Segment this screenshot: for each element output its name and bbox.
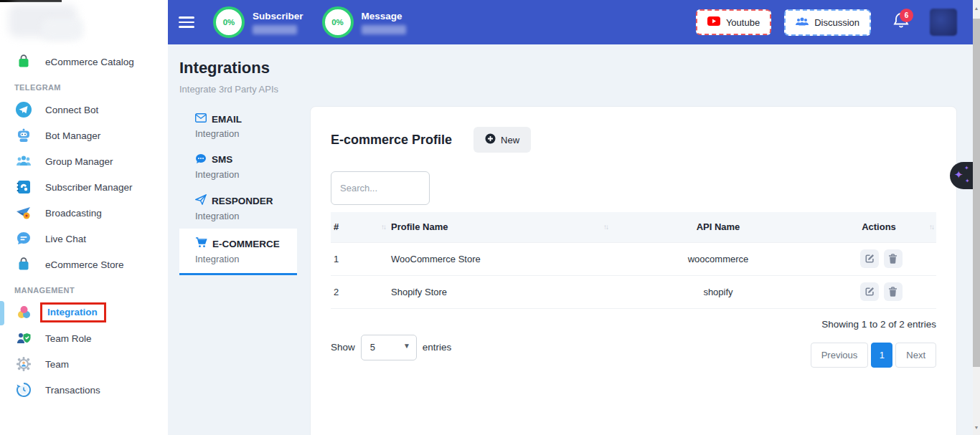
broadcast-plane-icon xyxy=(14,204,33,222)
profiles-table: #↑↓ Profile Name↑↓ API Name Actions↑↓ 1 … xyxy=(331,212,936,309)
column-header-api-name[interactable]: API Name xyxy=(611,212,826,242)
subnav-item-email[interactable]: EMAIL Integration xyxy=(179,106,297,146)
sidebar-menu: eCommerce Catalog TELEGRAM Connect Bot B… xyxy=(0,49,168,403)
responder-plane-icon xyxy=(195,194,207,207)
sidebar-item-label: Integration xyxy=(47,307,98,317)
api-name-cell: woocommerce xyxy=(611,242,826,275)
row-number: 2 xyxy=(331,275,388,308)
edit-button[interactable] xyxy=(860,282,879,301)
table-header-row: #↑↓ Profile Name↑↓ API Name Actions↑↓ xyxy=(331,212,936,242)
scrollbar-thumb[interactable] xyxy=(973,19,980,367)
app-logo-blur xyxy=(42,19,83,40)
column-header-actions[interactable]: Actions↑↓ xyxy=(826,212,936,242)
youtube-icon xyxy=(707,16,720,28)
discussion-button[interactable]: Discussion xyxy=(784,9,871,36)
telegram-plane-icon xyxy=(14,100,33,119)
integration-subnav: EMAIL Integration SMS Integration RESPON… xyxy=(179,106,297,435)
scrollbar[interactable]: ▲ ▼ xyxy=(973,0,980,435)
table-row: 2 Shopify Store shopify xyxy=(331,275,936,308)
message-stat-label: Message xyxy=(362,11,406,21)
sidebar-item-connect-bot[interactable]: Connect Bot xyxy=(0,97,168,123)
page-size-control: Show 5 ▼ entries xyxy=(331,328,451,368)
scroll-up-arrow-icon[interactable]: ▲ xyxy=(973,3,980,13)
search-input[interactable] xyxy=(331,171,430,205)
sidebar-item-live-chat[interactable]: Live Chat xyxy=(0,226,168,252)
subscriber-stat: 0% Subscriber xyxy=(213,6,303,38)
gear-person-icon xyxy=(14,355,33,373)
sort-icon[interactable]: ↑↓ xyxy=(929,223,933,231)
message-progress-ring: 0% xyxy=(322,6,354,38)
sparkle-icon: ✦ xyxy=(954,168,963,181)
column-header-profile-name[interactable]: Profile Name↑↓ xyxy=(388,212,611,242)
sidebar-item-team-role[interactable]: Team Role xyxy=(0,325,168,351)
shopping-bag-blue-icon xyxy=(14,255,33,274)
sms-icon xyxy=(195,153,207,166)
sort-icon[interactable]: ↑↓ xyxy=(381,223,385,231)
next-page-button[interactable]: Next xyxy=(895,343,936,368)
delete-button[interactable] xyxy=(884,282,903,301)
sparkle-icon: ✦ xyxy=(964,165,969,171)
delete-button[interactable] xyxy=(884,249,903,268)
scroll-down-arrow-icon[interactable]: ▼ xyxy=(973,422,980,432)
sidebar-item-team[interactable]: Team xyxy=(0,351,168,377)
entries-label: entries xyxy=(423,342,452,353)
topbar-actions: Youtube Discussion 6 xyxy=(696,9,973,36)
sidebar-item-label: Team xyxy=(45,359,69,370)
discussion-group-icon xyxy=(796,16,809,29)
api-name-cell: shopify xyxy=(611,275,826,308)
youtube-button[interactable]: Youtube xyxy=(696,9,771,35)
logo-redaction-line xyxy=(0,0,62,2)
page-subtitle: Integrate 3rd Party APIs xyxy=(179,84,973,95)
subnav-item-ecommerce[interactable]: E-COMMERCE Integration xyxy=(179,229,297,275)
sidebar-item-broadcasting[interactable]: Broadcasting xyxy=(0,200,168,226)
active-item-indicator xyxy=(0,301,4,325)
chat-bubble-icon xyxy=(14,229,33,248)
plus-circle-icon xyxy=(485,133,496,146)
column-header-number[interactable]: #↑↓ xyxy=(331,212,388,242)
message-stat: 0% Message xyxy=(322,6,406,38)
sidebar-item-bot-manager[interactable]: Bot Manager xyxy=(0,123,168,148)
pagination: Previous 1 Next xyxy=(811,343,936,368)
subscriber-stat-value-redacted xyxy=(253,25,297,34)
sidebar-item-label: Transactions xyxy=(45,385,100,396)
main-content: Integrations Integrate 3rd Party APIs EM… xyxy=(168,44,973,435)
group-people-icon xyxy=(14,152,33,171)
sort-icon[interactable]: ↑↓ xyxy=(603,223,608,231)
row-number: 1 xyxy=(331,242,388,275)
app-root: eCommerce Catalog TELEGRAM Connect Bot B… xyxy=(0,0,980,435)
sidebar-item-label: Connect Bot xyxy=(45,105,98,115)
sidebar-item-label: eCommerce Catalog xyxy=(45,57,134,67)
sidebar-item-ecommerce-catalog[interactable]: eCommerce Catalog xyxy=(0,49,168,75)
cart-icon xyxy=(195,237,207,250)
ecommerce-profile-panel: E-commerce Profile New #↑↓ Profil xyxy=(310,106,957,435)
annotation-highlight-box: Integration xyxy=(40,302,106,322)
page-size-select[interactable]: 5 xyxy=(361,335,417,360)
notification-bell-icon[interactable]: 6 xyxy=(892,11,910,33)
sidebar-item-subscriber-manager[interactable]: Subscriber Manager xyxy=(0,174,168,200)
shield-person-icon xyxy=(14,329,33,348)
new-profile-button[interactable]: New xyxy=(473,127,531,153)
sidebar-item-integration[interactable]: Integration xyxy=(0,300,168,325)
sidebar-item-group-manager[interactable]: Group Manager xyxy=(0,148,168,174)
sidebar-section-telegram: TELEGRAM xyxy=(14,83,168,92)
show-label: Show xyxy=(331,342,355,353)
history-clock-icon xyxy=(14,381,33,399)
subnav-item-responder[interactable]: RESPONDER Integration xyxy=(179,187,297,229)
previous-page-button[interactable]: Previous xyxy=(811,343,869,368)
sidebar-item-label: Team Role xyxy=(45,333,92,344)
subscriber-progress-ring: 0% xyxy=(213,6,245,38)
subnav-item-sms[interactable]: SMS Integration xyxy=(179,146,297,187)
sidebar-item-label: Broadcasting xyxy=(45,208,102,219)
sidebar-item-label: Group Manager xyxy=(45,156,113,167)
edit-button[interactable] xyxy=(860,249,879,268)
current-page-button[interactable]: 1 xyxy=(871,343,892,368)
integration-circles-icon xyxy=(14,303,33,322)
ai-assistant-button[interactable]: ✦ ✦ ✦ xyxy=(950,162,973,189)
avatar[interactable] xyxy=(930,9,957,36)
sidebar-item-label: Subscriber Manager xyxy=(45,182,133,193)
sidebar-item-transactions[interactable]: Transactions xyxy=(0,377,168,403)
sidebar-section-management: MANAGEMENT xyxy=(14,286,168,295)
message-stat-value-redacted xyxy=(362,25,406,34)
sidebar-item-ecommerce-store[interactable]: eCommerce Store xyxy=(0,252,168,277)
hamburger-menu-icon[interactable] xyxy=(179,14,194,31)
